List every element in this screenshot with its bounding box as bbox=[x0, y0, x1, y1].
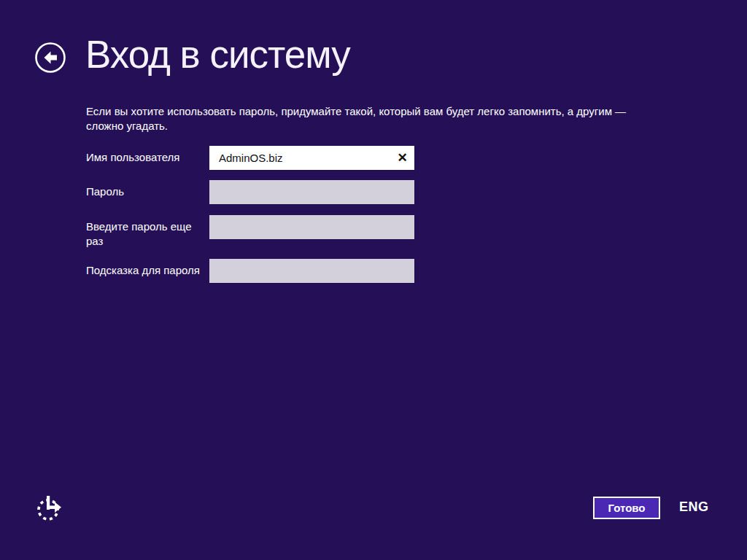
username-input[interactable] bbox=[209, 146, 414, 170]
password-row: Пароль bbox=[86, 180, 429, 204]
back-button[interactable] bbox=[34, 42, 66, 74]
password-hint-input[interactable] bbox=[209, 259, 414, 283]
username-row: Имя пользователя ✕ bbox=[86, 146, 429, 170]
password-input[interactable] bbox=[209, 180, 414, 204]
username-input-wrap: ✕ bbox=[209, 146, 414, 170]
done-button[interactable]: Готово bbox=[593, 497, 660, 519]
language-indicator[interactable]: ENG bbox=[679, 499, 709, 515]
reenter-password-input-wrap bbox=[209, 215, 414, 239]
clear-x-icon: ✕ bbox=[397, 151, 407, 165]
reenter-password-row: Введите пароль еще раз bbox=[86, 215, 429, 239]
reenter-password-label: Введите пароль еще раз bbox=[86, 215, 209, 239]
reenter-password-input[interactable] bbox=[209, 215, 414, 239]
password-hint-row: Подсказка для пароля bbox=[86, 259, 429, 283]
ease-of-access-button[interactable] bbox=[34, 491, 64, 524]
back-arrow-icon bbox=[34, 65, 66, 76]
signin-form: Имя пользователя ✕ Пароль Введите пароль… bbox=[86, 146, 429, 283]
oobe-signin-screen: { "colors": { "background": "#251058", "… bbox=[0, 0, 747, 560]
password-input-wrap bbox=[209, 180, 414, 204]
username-label: Имя пользователя bbox=[86, 146, 209, 170]
clear-username-button[interactable]: ✕ bbox=[390, 146, 414, 170]
page-title: Вход в систему bbox=[85, 32, 350, 77]
password-label: Пароль bbox=[86, 180, 209, 204]
password-hint-input-wrap bbox=[209, 259, 414, 283]
intro-text: Если вы хотите использовать пароль, прид… bbox=[86, 104, 637, 133]
ease-of-access-icon bbox=[34, 515, 64, 526]
password-hint-label: Подсказка для пароля bbox=[86, 259, 209, 283]
